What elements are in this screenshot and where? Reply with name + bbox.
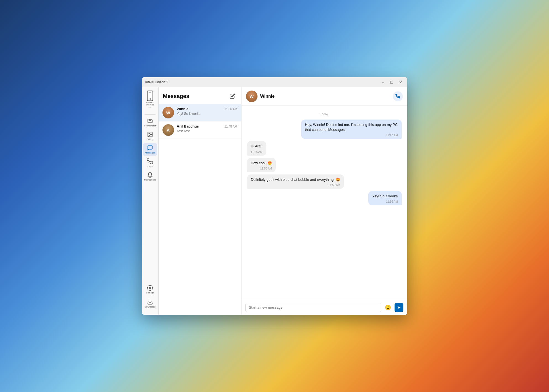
device-chevron-icon: ▾: [149, 106, 151, 109]
sidebar-item-file-transfer-label: File transfer: [144, 125, 156, 127]
conversation-item-winnie[interactable]: W Winnie 11:56 AM Yay! So it works: [159, 104, 241, 121]
bell-icon: [147, 172, 153, 178]
sidebar-item-file-transfer[interactable]: File transfer: [143, 116, 157, 129]
chat-avatar: W: [246, 91, 258, 102]
message-time-m3: 11:55 AM: [251, 167, 272, 171]
sidebar-bottom: Settings Downloads: [143, 283, 157, 312]
phone-call-icon: [395, 94, 400, 99]
message-text-m2: Hi Arif!: [251, 144, 261, 148]
conversation-top-arif: Arif Bacchus 11:45 AM: [177, 124, 237, 128]
sidebar-item-calls[interactable]: Calls: [143, 157, 157, 169]
emoji-button[interactable]: 🙂: [383, 303, 392, 312]
conversation-info-winnie: Winnie 11:56 AM Yay! So it works: [177, 107, 237, 116]
minimize-button[interactable]: –: [380, 79, 386, 86]
messages-panel: Messages W Winnie: [159, 87, 241, 315]
close-button[interactable]: ✕: [397, 79, 404, 86]
sidebar-item-gallery-label: Gallery: [146, 138, 153, 141]
message-row-m1: Hey, Winnie! Don't mind me. I'm testing …: [247, 120, 402, 139]
send-button[interactable]: ➤: [395, 303, 403, 312]
messages-title: Messages: [163, 93, 190, 99]
message-bubble-m1: Hey, Winnie! Don't mind me. I'm testing …: [301, 120, 402, 139]
date-divider: Today: [247, 112, 402, 116]
message-bubble-m3: How cool. 😍 11:55 AM: [247, 158, 276, 172]
phone-icon: [147, 158, 153, 165]
svg-point-3: [149, 287, 151, 289]
sidebar-divider: [145, 114, 156, 115]
sidebar-item-notifications-label: Notifications: [144, 179, 156, 181]
sidebar: iPhone 12Pro Max ▾ File transfer: [142, 87, 159, 315]
message-text-m4: Definitely got it with blue chat bubble …: [251, 178, 340, 182]
window-controls: – □ ✕: [380, 79, 404, 86]
conversation-list: W Winnie 11:56 AM Yay! So it works A: [159, 104, 241, 315]
compose-button[interactable]: [228, 92, 237, 100]
maximize-button[interactable]: □: [388, 79, 395, 86]
message-row-m4: Definitely got it with blue chat bubble …: [247, 174, 402, 189]
message-icon: [147, 145, 153, 151]
avatar-arif: A: [162, 124, 174, 136]
message-time-m2: 11:55 AM: [251, 150, 262, 154]
conversation-name-arif: Arif Bacchus: [177, 124, 199, 128]
message-text-m3: How cool. 😍: [251, 161, 272, 165]
app-title: Intel® Unison™: [145, 80, 380, 84]
emoji-icon: 🙂: [385, 304, 391, 311]
message-bubble-m2: Hi Arif! 11:55 AM: [247, 141, 266, 155]
app-window: Intel® Unison™ – □ ✕ iPhone 12Pro Max ▾: [142, 77, 407, 315]
conversation-top-winnie: Winnie 11:56 AM: [177, 107, 237, 111]
sidebar-item-messages-label: Messages: [145, 152, 155, 154]
sidebar-item-messages[interactable]: Messages: [143, 143, 157, 156]
call-button[interactable]: [393, 91, 403, 101]
sidebar-item-calls-label: Calls: [148, 165, 153, 168]
avatar-winnie: W: [162, 107, 174, 118]
sidebar-item-notifications[interactable]: Notifications: [143, 170, 157, 183]
chat-input[interactable]: [245, 303, 381, 312]
conversation-preview-winnie: Yay! So it works: [177, 112, 237, 116]
message-time-m5: 11:56 AM: [372, 200, 398, 204]
folder-transfer-icon: [147, 118, 153, 124]
chat-contact-name: Winnie: [260, 94, 275, 99]
chat-messages: Today Hey, Winnie! Don't mind me. I'm te…: [241, 106, 407, 300]
sidebar-item-settings-label: Settings: [146, 292, 154, 294]
conversation-time-winnie: 11:56 AM: [224, 107, 237, 111]
message-text-m1: Hey, Winnie! Don't mind me. I'm testing …: [305, 123, 398, 132]
send-icon: ➤: [397, 305, 401, 310]
messages-header: Messages: [159, 87, 241, 104]
conversation-time-arif: 11:45 AM: [224, 125, 237, 128]
conversation-name-winnie: Winnie: [177, 107, 189, 111]
message-bubble-m4: Definitely got it with blue chat bubble …: [247, 174, 344, 189]
download-box-icon: [147, 299, 153, 305]
svg-point-2: [149, 133, 149, 134]
message-text-m5: Yay! So it works: [372, 194, 398, 198]
device-selector[interactable]: iPhone 12Pro Max ▾: [145, 89, 156, 110]
chat-header: W Winnie: [241, 87, 407, 106]
app-body: iPhone 12Pro Max ▾ File transfer: [142, 87, 407, 315]
message-row-m5: Yay! So it works 11:56 AM: [247, 191, 402, 205]
message-bubble-m5: Yay! So it works 11:56 AM: [368, 191, 401, 205]
sidebar-item-downloads-label: Downloads: [145, 306, 156, 308]
gear-icon: [147, 285, 153, 291]
message-row-m2: Hi Arif! 11:55 AM: [247, 141, 402, 155]
conversation-info-arif: Arif Bacchus 11:45 AM Test Test: [177, 124, 237, 133]
sidebar-item-gallery[interactable]: Gallery: [143, 130, 157, 142]
sidebar-item-settings[interactable]: Settings: [143, 283, 157, 296]
chat-input-area: 🙂 ➤: [241, 300, 407, 315]
image-icon: [147, 131, 153, 137]
device-label: iPhone 12Pro Max: [146, 102, 154, 106]
chat-contact: W Winnie: [246, 91, 275, 102]
message-time-m4: 11:55 AM: [251, 183, 340, 187]
conversation-preview-arif: Test Test: [177, 129, 237, 133]
titlebar: Intel® Unison™ – □ ✕: [142, 77, 407, 87]
message-time-m1: 11:47 AM: [305, 133, 398, 137]
compose-icon: [230, 93, 235, 99]
message-row-m3: How cool. 😍 11:55 AM: [247, 158, 402, 172]
chat-area: W Winnie Today Hey, Winnie! Don't mind m…: [241, 87, 407, 315]
sidebar-item-downloads[interactable]: Downloads: [143, 297, 157, 310]
conversation-item-arif[interactable]: A Arif Bacchus 11:45 AM Test Test: [159, 121, 241, 139]
